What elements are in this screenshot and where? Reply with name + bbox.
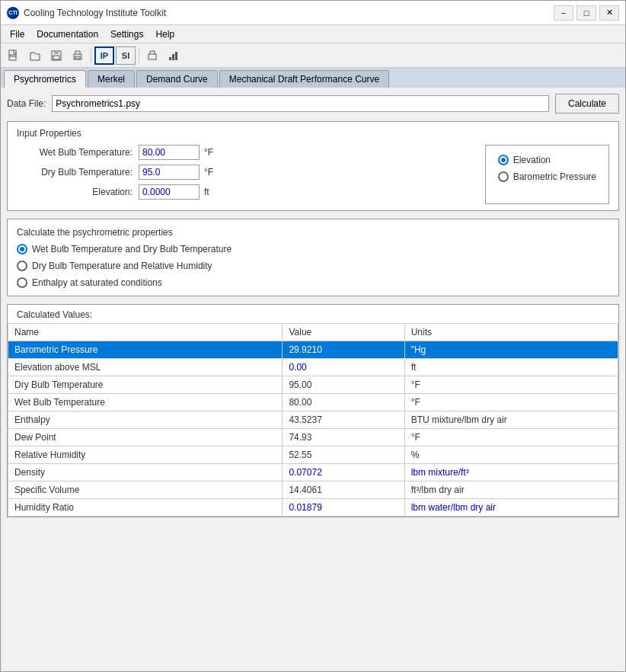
menu-documentation[interactable]: Documentation [30, 27, 104, 42]
svg-rect-5 [53, 56, 59, 59]
maximize-button[interactable]: □ [576, 5, 596, 21]
calc-option-humidity[interactable]: Dry Bulb Temperature and Relative Humidi… [17, 261, 609, 271]
title-bar: CTI Cooling Technology Institute Toolkit… [1, 1, 625, 25]
dry-bulb-input[interactable] [139, 165, 200, 180]
minimize-button[interactable]: − [554, 5, 573, 21]
result-unit: °F [404, 376, 618, 394]
result-name: Barometric Pressure [8, 341, 283, 359]
toolbar-separator2 [139, 48, 139, 63]
chart-icon [168, 50, 180, 62]
window-title: Cooling Technology Institute Toolkit [24, 8, 554, 18]
result-value: 0.07072 [283, 464, 404, 482]
tab-demand-curve[interactable]: Demand Curve [136, 70, 218, 88]
svg-rect-9 [169, 57, 171, 60]
data-file-label: Data File: [7, 98, 46, 109]
new-icon [8, 50, 20, 62]
radio-barometric[interactable]: Barometric Pressure [498, 171, 596, 182]
calc-option-humidity-circle [17, 261, 27, 271]
calc-properties-section: Calculate the psychrometric properties W… [7, 219, 619, 296]
result-value: 52.55 [283, 446, 404, 464]
data-file-input[interactable] [52, 95, 549, 112]
ip-button[interactable]: IP [94, 46, 114, 65]
save-button[interactable] [46, 46, 66, 65]
main-content: Data File: Calculate Input Properties We… [1, 88, 625, 671]
radio-barometric-label: Barometric Pressure [513, 171, 596, 182]
open-icon [29, 50, 41, 62]
open-button[interactable] [25, 46, 45, 65]
svg-rect-8 [149, 54, 156, 59]
input-properties-title: Input Properties [17, 128, 609, 139]
calc-option-enthalpy-label: Enthalpy at saturated conditions [32, 277, 162, 288]
chart-button[interactable] [164, 46, 184, 65]
new-button[interactable] [4, 46, 24, 65]
result-unit: ft³/lbm dry air [404, 482, 618, 499]
result-name: Specific Volume [8, 482, 283, 499]
calc-option-wetbulb[interactable]: Wet Bulb Temperature and Dry Bulb Temper… [17, 244, 609, 254]
svg-rect-11 [175, 52, 177, 60]
input-properties-section: Input Properties Wet Bulb Temperature: °… [7, 121, 619, 211]
calc-option-humidity-label: Dry Bulb Temperature and Relative Humidi… [32, 261, 212, 271]
calculate-button[interactable]: Calculate [555, 94, 619, 114]
print-button[interactable] [68, 46, 88, 65]
result-unit: lbm mixture/ft³ [404, 464, 618, 482]
result-unit: lbm water/lbm dry air [404, 499, 618, 517]
table-row[interactable]: Humidity Ratio0.01879lbm water/lbm dry a… [8, 499, 618, 517]
menu-file[interactable]: File [4, 27, 30, 42]
result-unit: % [404, 446, 618, 464]
table-row[interactable]: Relative Humidity52.55% [8, 446, 618, 464]
table-row[interactable]: Density0.07072lbm mixture/ft³ [8, 464, 618, 482]
result-value: 74.93 [283, 429, 404, 446]
svg-rect-10 [172, 54, 174, 60]
result-value: 0.00 [283, 359, 404, 376]
wet-bulb-input[interactable] [139, 145, 200, 160]
svg-rect-7 [75, 56, 80, 59]
results-title: Calculated Values: [8, 305, 618, 323]
result-value: 43.5237 [283, 411, 404, 429]
elevation-row: Elevation: ft [17, 184, 470, 200]
result-unit: BTU mixture/lbm dry air [404, 411, 618, 429]
calc-option-enthalpy[interactable]: Enthalpy at saturated conditions [17, 277, 609, 288]
table-row[interactable]: Wet Bulb Temperature80.00°F [8, 394, 618, 411]
col-name: Name [8, 324, 283, 341]
radio-elevation[interactable]: Elevation [498, 155, 596, 165]
data-file-row: Data File: Calculate [7, 94, 619, 114]
si-button[interactable]: SI [116, 46, 136, 65]
menu-settings[interactable]: Settings [104, 27, 149, 42]
result-name: Dew Point [8, 429, 283, 446]
menu-help[interactable]: Help [149, 27, 180, 42]
calc-option-wetbulb-label: Wet Bulb Temperature and Dry Bulb Temper… [32, 244, 232, 254]
results-section: Calculated Values: Name Value Units Baro… [7, 304, 619, 517]
wet-bulb-label: Wet Bulb Temperature: [17, 147, 139, 158]
close-button[interactable]: ✕ [599, 5, 619, 21]
table-row[interactable]: Dew Point74.93°F [8, 429, 618, 446]
print2-button[interactable] [142, 46, 162, 65]
elevation-input[interactable] [139, 184, 200, 200]
tab-psychrometrics[interactable]: Psychrometrics [4, 70, 86, 88]
table-row[interactable]: Elevation above MSL0.00ft [8, 359, 618, 376]
result-value: 80.00 [283, 394, 404, 411]
wet-bulb-unit: °F [204, 147, 213, 158]
calc-section-title: Calculate the psychrometric properties [17, 227, 609, 238]
tab-mechanical-draft[interactable]: Mechanical Draft Performance Curve [219, 70, 389, 88]
dry-bulb-row: Dry Bulb Temperature: °F [17, 165, 470, 180]
result-value: 14.4061 [283, 482, 404, 499]
result-unit: "Hg [404, 341, 618, 359]
result-name: Humidity Ratio [8, 499, 283, 517]
result-name: Dry Bulb Temperature [8, 376, 283, 394]
col-units: Units [404, 324, 618, 341]
wet-bulb-row: Wet Bulb Temperature: °F [17, 145, 470, 160]
window-controls: − □ ✕ [554, 5, 619, 21]
save-icon [50, 50, 62, 62]
elevation-unit: ft [204, 187, 209, 197]
print2-icon [146, 50, 158, 62]
table-row[interactable]: Enthalpy43.5237BTU mixture/lbm dry air [8, 411, 618, 429]
svg-rect-4 [54, 51, 59, 54]
dry-bulb-label: Dry Bulb Temperature: [17, 167, 139, 178]
table-row[interactable]: Dry Bulb Temperature95.00°F [8, 376, 618, 394]
table-row[interactable]: Specific Volume14.4061ft³/lbm dry air [8, 482, 618, 499]
results-table: Name Value Units Barometric Pressure29.9… [8, 323, 618, 517]
table-row[interactable]: Barometric Pressure29.9210"Hg [8, 341, 618, 359]
menu-bar: File Documentation Settings Help [1, 25, 625, 43]
result-name: Enthalpy [8, 411, 283, 429]
tab-merkel[interactable]: Merkel [88, 70, 135, 88]
